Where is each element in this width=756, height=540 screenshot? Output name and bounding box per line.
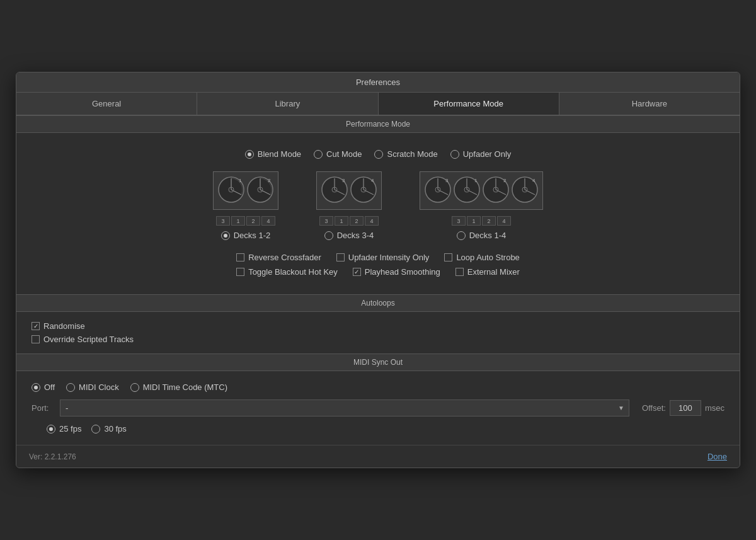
svg-text:2: 2 bbox=[268, 178, 271, 183]
tab-performance-mode[interactable]: Performance Mode bbox=[379, 93, 559, 115]
decks-1-2-radio[interactable] bbox=[221, 231, 230, 240]
vinyl-4-svg: 4 bbox=[350, 176, 377, 204]
tab-bar: General Library Performance Mode Hardwar… bbox=[16, 93, 740, 115]
mode-radio-row: Blend Mode Cut Mode Scratch Mode Upfader… bbox=[32, 143, 724, 165]
offset-group: Offset: msec bbox=[642, 400, 724, 416]
deck-1-4-faders: 3 1 2 4 bbox=[452, 216, 511, 226]
fader-2: 2 bbox=[246, 216, 260, 226]
svg-text:4: 4 bbox=[371, 178, 374, 183]
fps-25-option[interactable]: 25 fps bbox=[47, 424, 81, 434]
port-select-wrapper: - ▼ bbox=[60, 399, 629, 416]
decks-3-4-radio[interactable] bbox=[324, 231, 333, 240]
vinyl-1-4c: 2 bbox=[482, 176, 510, 205]
svg-text:3: 3 bbox=[342, 178, 345, 183]
randomise-checkbox[interactable] bbox=[32, 322, 40, 330]
decks-1-4-label[interactable]: Decks 1-4 bbox=[457, 231, 507, 240]
cut-mode-radio[interactable] bbox=[314, 150, 323, 159]
port-label: Port: bbox=[32, 403, 54, 413]
midi-off-radio[interactable] bbox=[32, 383, 40, 392]
scratch-mode-option[interactable]: Scratch Mode bbox=[374, 149, 437, 159]
fps-row: 25 fps 30 fps bbox=[32, 422, 724, 436]
checkbox-row-1: Reverse Crossfader Upfader Intensity Onl… bbox=[236, 253, 520, 262]
vinyl-1-4c-svg: 2 bbox=[482, 176, 510, 204]
midi-clock-option[interactable]: MIDI Clock bbox=[66, 382, 119, 392]
done-button[interactable]: Done bbox=[707, 452, 727, 461]
deck-1-4-diagrams: 3 1 bbox=[420, 171, 543, 210]
blend-mode-option[interactable]: Blend Mode bbox=[245, 149, 301, 159]
reverse-crossfader-option[interactable]: Reverse Crossfader bbox=[236, 253, 321, 262]
decks-1-2-label[interactable]: Decks 1-2 bbox=[221, 231, 271, 240]
decks-1-2-group: 1 2 bbox=[213, 171, 278, 240]
fader-4: 4 bbox=[261, 216, 275, 226]
blend-mode-radio[interactable] bbox=[245, 150, 254, 159]
cut-mode-option[interactable]: Cut Mode bbox=[314, 149, 362, 159]
autoloops-content: Randomise Override Scripted Tracks bbox=[16, 312, 740, 353]
randomise-row: Randomise bbox=[32, 319, 724, 333]
midi-radio-row: Off MIDI Clock MIDI Time Code (MTC) bbox=[32, 380, 724, 394]
svg-text:1: 1 bbox=[474, 178, 478, 183]
vinyl-1-svg: 1 bbox=[217, 176, 245, 204]
override-scripted-option[interactable]: Override Scripted Tracks bbox=[32, 335, 134, 344]
svg-text:1: 1 bbox=[239, 178, 242, 183]
vinyl-1-4b-svg: 1 bbox=[453, 176, 481, 204]
deck-1-2-faders: 3 1 2 4 bbox=[216, 216, 275, 226]
performance-mode-header: Performance Mode bbox=[16, 115, 740, 133]
toggle-blackout-checkbox[interactable] bbox=[236, 268, 244, 276]
loop-auto-strobe-option[interactable]: Loop Auto Strobe bbox=[444, 253, 519, 262]
tab-hardware[interactable]: Hardware bbox=[559, 93, 740, 115]
vinyl-4: 4 bbox=[350, 176, 377, 205]
upfader-only-option[interactable]: Upfader Only bbox=[450, 149, 512, 159]
reverse-crossfader-checkbox[interactable] bbox=[236, 253, 244, 261]
fps-25-radio[interactable] bbox=[47, 425, 55, 434]
upfader-only-radio[interactable] bbox=[450, 150, 459, 159]
playhead-smoothing-checkbox[interactable] bbox=[353, 268, 361, 276]
playhead-smoothing-option[interactable]: Playhead Smoothing bbox=[353, 267, 440, 277]
loop-auto-strobe-checkbox[interactable] bbox=[444, 253, 452, 261]
autoloops-header: Autoloops bbox=[16, 294, 740, 312]
randomise-option[interactable]: Randomise bbox=[32, 321, 85, 331]
port-select[interactable]: - bbox=[60, 399, 629, 416]
version-text: Ver: 2.2.1.276 bbox=[29, 452, 76, 461]
window-title: Preferences bbox=[356, 78, 400, 87]
tab-library[interactable]: Library bbox=[197, 93, 378, 115]
decks-1-4-group: 3 1 bbox=[420, 171, 543, 240]
midi-clock-radio[interactable] bbox=[66, 383, 75, 392]
override-scripted-row: Override Scripted Tracks bbox=[32, 333, 724, 346]
external-mixer-option[interactable]: External Mixer bbox=[455, 267, 520, 277]
upfader-intensity-option[interactable]: Upfader Intensity Only bbox=[336, 253, 430, 262]
deck-1-4-box: 3 1 bbox=[420, 171, 543, 210]
fader-3: 3 bbox=[216, 216, 230, 226]
vinyl-2-svg: 2 bbox=[246, 176, 274, 204]
midi-off-option[interactable]: Off bbox=[32, 382, 55, 392]
offset-input[interactable] bbox=[670, 400, 701, 416]
toggle-blackout-option[interactable]: Toggle Blackout Hot Key bbox=[236, 267, 338, 277]
decks-3-4-group: 3 4 bbox=[316, 171, 382, 240]
deck-1-2-diagrams: 1 2 bbox=[213, 171, 278, 210]
upfader-intensity-checkbox[interactable] bbox=[336, 253, 345, 261]
title-bar: Preferences bbox=[16, 72, 740, 93]
deck-3-4-box: 3 4 bbox=[316, 171, 382, 210]
bottom-bar: Ver: 2.2.1.276 Done bbox=[16, 445, 740, 468]
deck-1-2-box: 1 2 bbox=[213, 171, 278, 210]
vinyl-1-4a: 3 bbox=[424, 176, 452, 205]
vinyl-3: 3 bbox=[321, 176, 348, 205]
svg-text:2: 2 bbox=[503, 178, 507, 183]
tab-general[interactable]: General bbox=[16, 93, 197, 115]
external-mixer-checkbox[interactable] bbox=[455, 268, 464, 276]
midi-tc-radio[interactable] bbox=[130, 383, 139, 392]
vinyl-1: 1 bbox=[217, 176, 245, 205]
deck-3-4-diagrams: 3 4 bbox=[316, 171, 382, 210]
fps-30-option[interactable]: 30 fps bbox=[91, 424, 126, 434]
decks-1-4-radio[interactable] bbox=[457, 231, 466, 240]
decks-3-4-label[interactable]: Decks 3-4 bbox=[324, 231, 374, 240]
vinyl-1-4b: 1 bbox=[453, 176, 481, 205]
offset-label: Offset: bbox=[642, 403, 666, 413]
midi-tc-option[interactable]: MIDI Time Code (MTC) bbox=[130, 382, 227, 392]
svg-text:3: 3 bbox=[445, 178, 449, 183]
override-scripted-checkbox[interactable] bbox=[32, 335, 40, 343]
checkboxes-section: Reverse Crossfader Upfader Intensity Onl… bbox=[32, 253, 724, 284]
midi-sync-header: MIDI Sync Out bbox=[16, 353, 740, 371]
deck-3-4-faders: 3 1 2 4 bbox=[319, 216, 379, 226]
fps-30-radio[interactable] bbox=[91, 425, 100, 434]
scratch-mode-radio[interactable] bbox=[374, 150, 383, 159]
